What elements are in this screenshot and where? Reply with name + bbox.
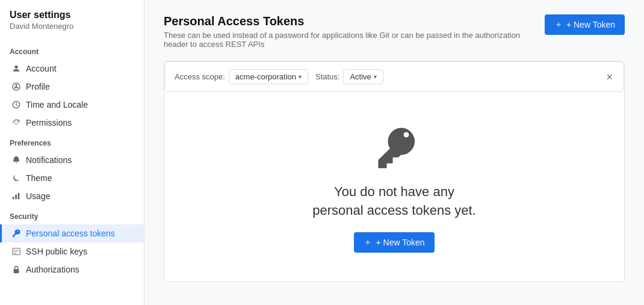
refresh-icon [11,118,21,128]
chevron-down-icon-scope: ▾ [299,73,302,80]
profile-icon [11,82,21,91]
chevron-down-icon-status: ▾ [374,73,377,80]
filter-bar-card: Access scope: acme-corporation ▾ Status:… [164,61,625,282]
sidebar-item-notifications[interactable]: Notifications [0,151,144,169]
sidebar-item-ssh-public-keys[interactable]: SSH public keys [0,242,144,260]
section-label-account: Account [0,40,144,60]
sidebar-item-profile-label: Profile [26,82,50,91]
sidebar-subtitle: David Montenegro [10,22,134,31]
empty-title-line2: personal access tokens yet. [312,203,475,218]
close-icon: × [606,72,613,82]
access-scope-dropdown[interactable]: acme-corporation ▾ [229,69,308,84]
moon-icon [11,173,21,183]
empty-state-title: You do not have any personal access toke… [312,183,475,220]
sidebar-item-time-locale-label: Time and Locale [26,100,88,109]
sidebar-item-time-locale[interactable]: Time and Locale [0,96,144,114]
svg-rect-2 [13,197,14,199]
person-icon [11,64,21,73]
sidebar-item-usage[interactable]: Usage [0,187,144,205]
bell-icon [11,155,21,165]
svg-rect-3 [15,194,17,199]
new-token-button-empty[interactable]: ＋ + New Token [354,232,434,253]
access-scope-filter: Access scope: acme-corporation ▾ [175,69,308,84]
page-title: Personal Access Tokens [164,14,545,28]
status-dropdown[interactable]: Active ▾ [343,69,383,84]
sidebar-item-personal-access-tokens-label: Personal access tokens [26,229,115,238]
sidebar-item-account-label: Account [26,64,57,73]
sidebar-item-usage-label: Usage [26,191,50,201]
lock-icon [11,265,21,274]
empty-title-line1: You do not have any [334,184,454,199]
page-header: Personal Access Tokens These can be used… [164,14,625,49]
key-illustration [370,121,418,171]
sidebar-item-ssh-public-keys-label: SSH public keys [26,247,87,256]
sidebar-item-authorizations[interactable]: Authorizations [0,260,144,279]
access-scope-value: acme-corporation [235,72,296,81]
page-description: These can be used instead of a password … [164,31,545,49]
filter-close-button[interactable]: × [605,70,614,84]
main-content: Personal Access Tokens These can be used… [144,0,644,305]
sidebar-item-theme-label: Theme [26,173,52,183]
access-scope-label: Access scope: [175,72,225,81]
status-filter: Status: Active ▾ [315,69,383,84]
key-icon [11,229,21,238]
sidebar-title: User settings [10,10,134,20]
status-value: Active [350,72,371,81]
section-label-security: Security [0,205,144,224]
new-token-button-header[interactable]: ＋ + New Token [545,14,625,35]
bar-chart-icon [11,191,21,201]
status-label: Status: [315,72,339,81]
empty-state: You do not have any personal access toke… [164,92,624,282]
sidebar-item-authorizations-label: Authorizations [26,265,79,274]
sidebar: User settings David Montenegro Account A… [0,0,144,305]
svg-rect-4 [18,193,20,200]
ssh-key-icon [11,247,21,256]
section-label-preferences: Preferences [0,132,144,151]
sidebar-header: User settings David Montenegro [0,10,144,40]
sidebar-item-profile[interactable]: Profile [0,78,144,96]
new-token-label-empty: + New Token [376,238,424,247]
sidebar-item-theme[interactable]: Theme [0,169,144,187]
sidebar-item-permissions[interactable]: Permissions [0,114,144,132]
sidebar-item-permissions-label: Permissions [26,118,72,128]
sidebar-item-account[interactable]: Account [0,60,144,78]
filter-bar: Access scope: acme-corporation ▾ Status:… [164,61,624,92]
plus-icon-header: ＋ [554,19,563,30]
plus-icon-empty: ＋ [364,237,372,248]
sidebar-item-personal-access-tokens[interactable]: Personal access tokens [0,224,144,242]
page-header-text: Personal Access Tokens These can be used… [164,14,545,49]
svg-rect-6 [14,269,19,273]
clock-icon [11,100,21,109]
sidebar-item-notifications-label: Notifications [26,155,72,165]
new-token-label-header: + New Token [566,20,615,29]
